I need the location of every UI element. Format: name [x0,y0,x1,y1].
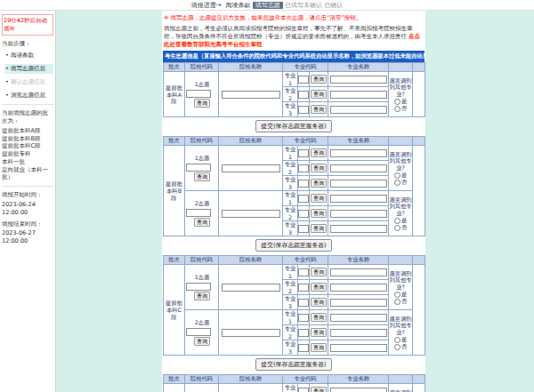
major-code-input[interactable] [298,76,309,84]
adjust-yes-option[interactable]: 是 [389,172,412,179]
query-college-button[interactable]: 查询 [194,172,210,181]
major-code-input[interactable] [298,299,309,307]
sidebar-step-item[interactable]: 阅读条款 [4,51,53,60]
major-name-input[interactable] [330,164,387,172]
major-code-input[interactable] [298,180,309,188]
college-code-input[interactable] [186,328,211,336]
major-name-input[interactable] [330,268,387,276]
major-code-cell [298,191,310,206]
submit-save-button[interactable]: 提交(保存志愿至服务器) [255,120,331,132]
adjust-no-option[interactable]: 否 [389,298,412,305]
major-code-input[interactable] [298,329,309,337]
college-name-input[interactable] [222,329,280,337]
query-major-button[interactable]: 查询 [311,313,327,322]
adjust-yes-option[interactable]: 是 [389,98,412,105]
query-major-button[interactable]: 查询 [311,268,327,276]
query-major-button[interactable]: 查询 [311,328,327,337]
major-name-input[interactable] [330,195,387,203]
major-code-input[interactable] [298,210,309,218]
major-name-input[interactable] [330,91,387,99]
column-header: 专业名称 [328,256,389,265]
query-college-button[interactable]: 查询 [194,337,210,346]
choice-label: 1志愿 [186,274,218,282]
major-code-input[interactable] [298,106,309,114]
major-name-input[interactable] [330,329,387,337]
query-major-button[interactable]: 查询 [311,224,327,233]
major-code-input[interactable] [298,195,309,203]
major-name-input[interactable] [330,149,387,157]
major-code-input[interactable] [298,314,309,322]
college-name-cell [219,191,283,236]
college-name-input[interactable] [222,210,280,218]
major-code-input[interactable] [298,149,309,157]
adjust-no-option[interactable]: 否 [389,224,412,231]
query-major-button[interactable]: 查询 [311,90,327,99]
adjust-yes-radio[interactable] [394,172,400,179]
major-code-input[interactable] [298,225,309,233]
major-name-input[interactable] [330,225,387,233]
adjust-yes-radio[interactable] [394,337,400,343]
adjust-yes-radio[interactable] [394,218,400,224]
major-code-input[interactable] [298,344,309,352]
query-major-button[interactable]: 查询 [311,179,327,188]
submit-save-button[interactable]: 提交(保存志愿至服务器) [255,358,331,371]
major-name-input[interactable] [330,210,387,218]
major-label: 专业2 [283,87,298,102]
adjust-no-option[interactable]: 否 [389,343,412,350]
sidebar-step-item[interactable]: 填写志愿信息 [4,64,53,74]
major-code-input[interactable] [298,268,309,276]
query-major-button[interactable]: 查询 [311,105,327,114]
adjust-no-radio[interactable] [394,180,400,186]
major-code-input[interactable] [298,388,309,392]
major-name-input[interactable] [330,180,387,188]
college-code-input[interactable] [186,164,211,172]
query-college-button[interactable]: 查询 [194,218,210,227]
college-name-input[interactable] [222,91,280,99]
query-major-button[interactable]: 查询 [311,209,327,218]
adjust-no-option[interactable]: 否 [389,179,412,186]
query-major-button[interactable]: 查询 [311,194,327,203]
query-college-button[interactable]: 查询 [194,99,210,108]
adjust-no-radio[interactable] [394,106,400,112]
query-major-button[interactable]: 查询 [311,75,327,84]
major-code-input[interactable] [298,91,309,99]
college-code-input[interactable] [186,90,211,98]
adjust-no-radio[interactable] [394,299,400,305]
major-label: 专业1 [283,310,298,325]
column-header: 专业名称 [328,375,389,384]
adjust-no-radio[interactable] [394,225,400,231]
query-major-button[interactable]: 查询 [311,387,327,392]
major-name-input[interactable] [330,388,387,392]
adjust-no-radio[interactable] [394,344,400,350]
college-name-input[interactable] [222,284,280,292]
steps-title: 当前步骤： [2,40,53,48]
college-name-input[interactable] [222,164,280,172]
query-major-button[interactable]: 查询 [311,164,327,172]
query-college-button[interactable]: 查询 [194,292,210,300]
adjust-no-option[interactable]: 否 [389,105,412,112]
query-major-button[interactable]: 查询 [311,148,327,157]
batches-title: 当前填报志愿的批次为： [2,109,53,125]
adjust-yes-option[interactable]: 是 [389,336,412,343]
major-name-input[interactable] [330,299,387,307]
sidebar-step-item[interactable]: 浏览志愿信息 [4,91,53,100]
adjust-yes-option[interactable]: 是 [389,291,412,298]
major-name-input[interactable] [330,76,387,84]
major-name-input[interactable] [330,284,387,292]
major-name-input[interactable] [330,314,387,322]
adjust-yes-radio[interactable] [394,99,400,105]
major-name-input[interactable] [330,344,387,352]
adjust-yes-option[interactable]: 是 [389,217,412,224]
major-name-cell [328,265,389,280]
adjust-yes-radio[interactable] [394,292,400,298]
sidebar-batch-line: 提前批本科C段 [2,142,53,150]
query-major-button[interactable]: 查询 [311,298,327,307]
college-code-input[interactable] [186,283,211,291]
query-major-button[interactable]: 查询 [311,283,327,292]
major-code-input[interactable] [298,284,309,292]
college-code-input[interactable] [186,209,211,217]
submit-save-button[interactable]: 提交(保存志愿至服务器) [255,239,331,252]
query-major-button[interactable]: 查询 [311,343,327,352]
major-code-input[interactable] [298,164,309,172]
major-name-input[interactable] [330,106,387,114]
